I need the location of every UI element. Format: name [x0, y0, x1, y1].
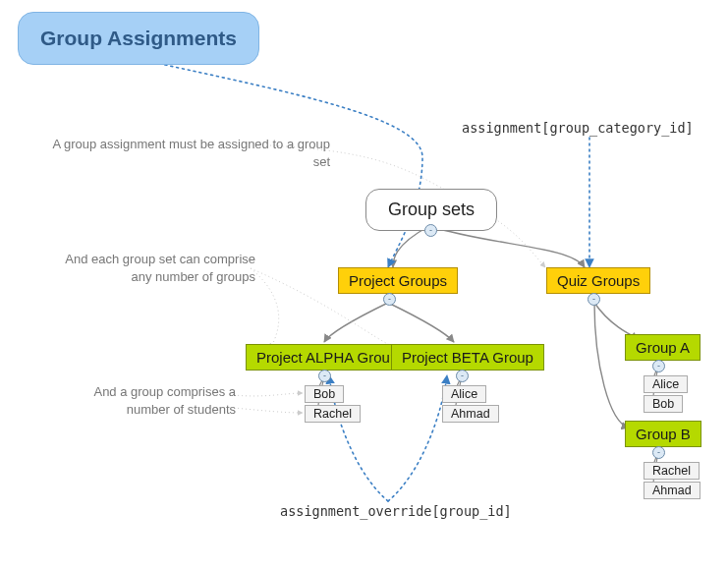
collapse-icon[interactable]: - [652, 360, 665, 372]
collapse-icon[interactable]: - [652, 446, 665, 459]
node-quiz-groups[interactable]: Quiz Groups [546, 267, 650, 294]
collapse-icon[interactable]: - [588, 293, 600, 306]
collapse-icon[interactable]: - [424, 224, 437, 237]
diagram-title: Group Assignments [18, 12, 259, 65]
node-group-a[interactable]: Group A [625, 334, 700, 361]
node-project-alpha[interactable]: Project ALPHA Group [246, 344, 409, 371]
collapse-icon[interactable]: - [318, 370, 331, 382]
student-node[interactable]: Ahmad [442, 405, 499, 423]
node-project-groups[interactable]: Project Groups [338, 267, 458, 294]
collapse-icon[interactable]: - [383, 293, 396, 306]
student-node[interactable]: Alice [644, 375, 688, 393]
collapse-icon[interactable]: - [456, 370, 469, 382]
student-node[interactable]: Bob [305, 385, 344, 403]
annotation-group-set: A group assignment must be assigned to a… [35, 136, 330, 170]
student-node[interactable]: Ahmad [644, 482, 700, 499]
student-node[interactable]: Rachel [305, 405, 361, 423]
api-label-category: assignment[group_category_id] [462, 120, 694, 136]
node-group-b[interactable]: Group B [625, 421, 701, 447]
annotation-groups: And each group set can comprise any numb… [20, 251, 255, 285]
node-project-beta[interactable]: Project BETA Group [391, 344, 544, 371]
student-node[interactable]: Alice [442, 385, 486, 403]
student-node[interactable]: Bob [644, 395, 683, 413]
annotation-students: And a group comprises a number of studen… [59, 383, 236, 418]
student-node[interactable]: Rachel [644, 462, 700, 480]
api-label-override: assignment_override[group_id] [280, 503, 512, 519]
